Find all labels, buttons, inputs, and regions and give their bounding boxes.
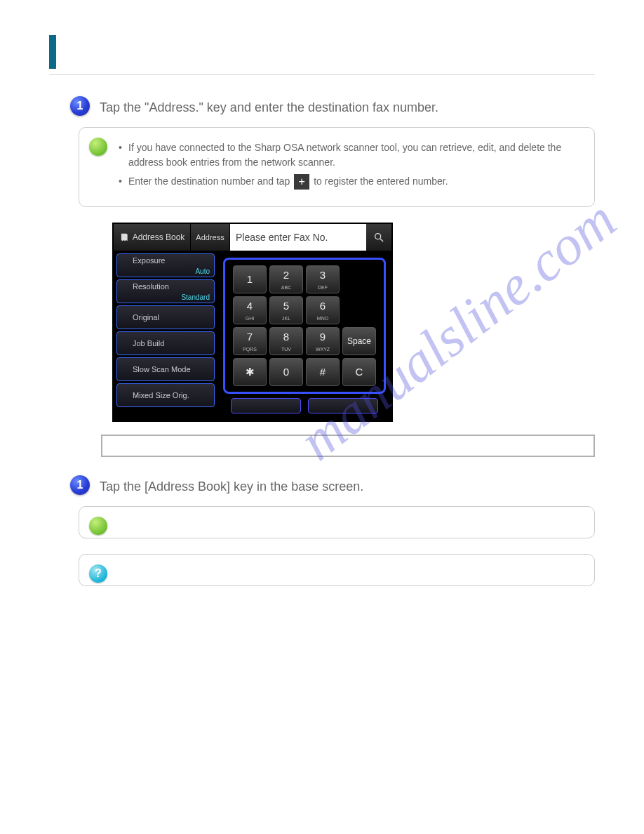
key-7[interactable]: 7PQRS — [233, 327, 267, 355]
option-slow-scan[interactable]: Slow Scan Mode — [116, 357, 215, 381]
option-resolution[interactable]: Resolution Standard — [116, 279, 215, 303]
exposure-icon — [121, 257, 130, 265]
fax-bottom-button-1[interactable] — [231, 398, 301, 413]
resolution-icon — [121, 283, 130, 291]
step-number-badge: 1 — [70, 475, 90, 495]
step-number-badge: 1 — [70, 96, 90, 116]
tip-icon — [89, 138, 107, 156]
header-divider — [49, 74, 595, 75]
key-star[interactable]: ✱ — [233, 358, 267, 386]
key-0[interactable]: 0 — [269, 358, 303, 386]
page-header — [49, 35, 595, 69]
fax-number-input[interactable]: Please enter Fax No. — [230, 224, 366, 251]
step-1: 1 Tap the "Address." key and enter the d… — [70, 96, 595, 117]
fax-bottom-buttons — [223, 394, 386, 418]
tip-item-1: If you have connected to the Sharp OSA n… — [119, 140, 582, 170]
address-book-button[interactable]: Address Book — [114, 224, 191, 251]
key-4[interactable]: 4GHI — [233, 296, 267, 324]
slowscan-icon — [121, 366, 130, 374]
tip-box-1: If you have connected to the Sharp OSA n… — [79, 127, 595, 207]
key-6[interactable]: 6MNO — [306, 296, 340, 324]
fax-touch-panel: Address Book Address Please enter Fax No… — [112, 223, 393, 422]
search-button[interactable] — [366, 224, 391, 251]
step-1-text: Tap the "Address." key and enter the des… — [100, 96, 438, 117]
original-icon — [121, 314, 130, 322]
key-2[interactable]: 2ABC — [269, 265, 303, 293]
book-icon — [119, 232, 129, 242]
key-clear[interactable]: C — [342, 358, 376, 386]
tip-item-2: Enter the destination number and tap + t… — [119, 174, 582, 190]
fax-bottom-button-2[interactable] — [308, 398, 378, 413]
option-original[interactable]: Original — [116, 305, 215, 329]
svg-point-0 — [375, 234, 381, 239]
step-2: 1 Tap the [Address Book] key in the base… — [70, 475, 595, 496]
svg-line-1 — [380, 239, 383, 241]
key-1[interactable]: 1 — [233, 265, 267, 293]
fax-options-list: Exposure Auto Resolution Standard Origin… — [114, 251, 217, 421]
address-tab[interactable]: Address — [191, 224, 230, 251]
key-space[interactable]: Space — [342, 327, 376, 355]
reference-box — [79, 554, 595, 586]
numeric-keypad: 1 2ABC 3DEF 4GHI 5JKL 6MNO 7PQRS 8TUV 9W… — [223, 258, 386, 394]
option-exposure[interactable]: Exposure Auto — [116, 253, 215, 277]
plus-icon: + — [294, 174, 309, 190]
page-title — [56, 35, 595, 41]
note-box — [101, 435, 595, 457]
option-mixed-size[interactable]: Mixed Size Orig. — [116, 383, 215, 407]
jobbuild-icon — [121, 340, 130, 348]
help-icon — [89, 564, 107, 583]
key-hash[interactable]: # — [306, 358, 340, 386]
key-9[interactable]: 9WXYZ — [306, 327, 340, 355]
option-job-build[interactable]: Job Build — [116, 331, 215, 355]
key-5[interactable]: 5JKL — [269, 296, 303, 324]
tip-icon — [89, 517, 107, 535]
key-3[interactable]: 3DEF — [306, 265, 340, 293]
step-2-text: Tap the [Address Book] key in the base s… — [100, 475, 363, 496]
tip-box-2 — [79, 506, 595, 538]
search-icon — [373, 232, 384, 243]
key-8[interactable]: 8TUV — [269, 327, 303, 355]
mixed-icon — [121, 392, 130, 400]
